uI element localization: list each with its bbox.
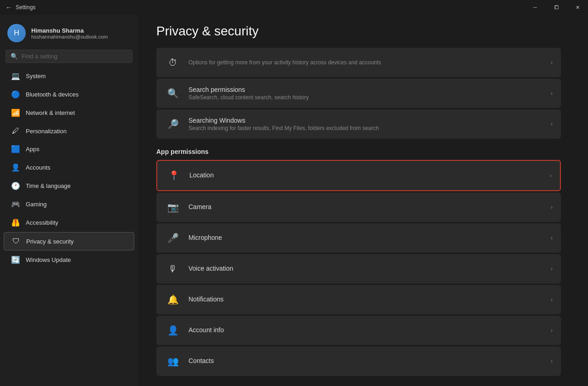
- nav-icon-privacy: 🛡: [11, 237, 21, 245]
- settings-row-activity-history[interactable]: ⏱ Options for getting more from your act…: [156, 48, 561, 77]
- minimize-button[interactable]: ─: [525, 0, 546, 15]
- sidebar-item-apps[interactable]: 🟦 Apps: [4, 140, 134, 158]
- sidebar: H Himanshu Sharma hssharmahimanshu@outlo…: [0, 15, 138, 386]
- permission-row-camera[interactable]: 📷 Camera ›: [156, 193, 561, 222]
- perm-chevron-contacts: ›: [551, 358, 553, 364]
- perm-chevron-microphone: ›: [551, 235, 553, 241]
- nav-icon-apps: 🟦: [11, 145, 20, 153]
- nav-label-network: Network & internet: [26, 109, 75, 116]
- nav-label-accounts: Accounts: [26, 164, 50, 171]
- settings-row-search-permissions[interactable]: 🔍 Search permissions SafeSearch, cloud c…: [156, 79, 561, 108]
- nav-icon-accounts: 👤: [11, 163, 20, 172]
- user-info: Himanshu Sharma hssharmahimanshu@outlook…: [31, 27, 108, 40]
- perm-title-account-info: Account info: [188, 326, 545, 334]
- perm-chevron-location: ›: [550, 172, 552, 179]
- row-title-searching-windows: Searching Windows: [188, 117, 545, 124]
- nav-icon-time: 🕐: [11, 182, 20, 190]
- titlebar: ← Settings ─ ⧠ ✕: [0, 0, 588, 15]
- row-subtitle-search-permissions: SafeSearch, cloud content search, search…: [188, 94, 545, 101]
- user-name: Himanshu Sharma: [31, 27, 108, 34]
- row-subtitle-activity-history: Options for getting more from your activ…: [188, 59, 545, 66]
- perm-icon-microphone: 🎤: [165, 230, 181, 246]
- nav-label-privacy: Privacy & security: [26, 238, 74, 245]
- perm-icon-location: 📍: [166, 167, 182, 184]
- chevron-icon-search-permissions: ›: [551, 90, 553, 96]
- perm-title-notifications: Notifications: [188, 295, 545, 303]
- row-icon-activity-history: ⏱: [165, 54, 181, 71]
- chevron-icon-searching-windows: ›: [551, 121, 553, 127]
- main-content: Privacy & security ⏱ Options for getting…: [138, 15, 588, 386]
- perm-text-camera: Camera: [188, 203, 545, 211]
- permission-row-voice-activation[interactable]: 🎙 Voice activation ›: [156, 254, 561, 284]
- sidebar-item-windows-update[interactable]: 🔄 Windows Update: [4, 251, 134, 269]
- back-button[interactable]: ←: [6, 4, 12, 11]
- nav-icon-bluetooth: 🔵: [11, 90, 20, 99]
- nav-icon-network: 📶: [11, 108, 20, 117]
- sidebar-item-accessibility[interactable]: 🦺 Accessibility: [4, 214, 134, 232]
- permission-row-contacts[interactable]: 👥 Contacts ›: [156, 346, 561, 376]
- perm-text-notifications: Notifications: [188, 295, 545, 304]
- permission-row-microphone[interactable]: 🎤 Microphone ›: [156, 223, 561, 253]
- perm-chevron-account-info: ›: [551, 327, 553, 334]
- nav-label-personalization: Personalization: [26, 128, 67, 135]
- permission-row-account-info[interactable]: 👤 Account info ›: [156, 316, 561, 345]
- perm-icon-account-info: 👤: [165, 322, 181, 339]
- nav-list: 💻 System 🔵 Bluetooth & devices 📶 Network…: [0, 67, 138, 269]
- perm-title-microphone: Microphone: [188, 234, 545, 241]
- row-icon-searching-windows: 🔎: [165, 116, 181, 132]
- perm-icon-camera: 📷: [165, 199, 181, 216]
- avatar: H: [7, 24, 26, 42]
- nav-label-bluetooth: Bluetooth & devices: [26, 91, 79, 98]
- chevron-icon-activity-history: ›: [551, 59, 553, 66]
- settings-row-searching-windows[interactable]: 🔎 Searching Windows Search indexing for …: [156, 109, 561, 139]
- sidebar-item-time[interactable]: 🕐 Time & language: [4, 177, 134, 195]
- nav-label-apps: Apps: [26, 146, 40, 153]
- perm-title-location: Location: [189, 171, 544, 179]
- row-text-search-permissions: Search permissions SafeSearch, cloud con…: [188, 86, 545, 101]
- nav-label-gaming: Gaming: [26, 201, 47, 208]
- nav-label-system: System: [26, 73, 46, 79]
- nav-icon-system: 💻: [11, 72, 20, 80]
- row-text-searching-windows: Searching Windows Search indexing for fa…: [188, 117, 545, 131]
- perm-chevron-notifications: ›: [551, 296, 553, 303]
- row-icon-search-permissions: 🔍: [165, 85, 181, 102]
- perm-icon-voice-activation: 🎙: [165, 261, 181, 277]
- user-section[interactable]: H Himanshu Sharma hssharmahimanshu@outlo…: [0, 18, 138, 50]
- nav-icon-accessibility: 🦺: [11, 218, 20, 227]
- titlebar-title: Settings: [16, 4, 35, 11]
- sidebar-item-accounts[interactable]: 👤 Accounts: [4, 159, 134, 176]
- permission-row-notifications[interactable]: 🔔 Notifications ›: [156, 285, 561, 314]
- nav-icon-windows-update: 🔄: [11, 255, 20, 264]
- above-rows: ⏱ Options for getting more from your act…: [156, 48, 561, 139]
- window-controls: ─ ⧠ ✕: [525, 0, 588, 15]
- perm-chevron-camera: ›: [551, 204, 553, 210]
- sidebar-item-network[interactable]: 📶 Network & internet: [4, 104, 134, 122]
- sidebar-item-personalization[interactable]: 🖊 Personalization: [4, 122, 134, 140]
- search-input[interactable]: [22, 53, 127, 60]
- perm-text-voice-activation: Voice activation: [188, 265, 545, 273]
- perm-text-microphone: Microphone: [188, 234, 545, 242]
- perm-text-account-info: Account info: [188, 326, 545, 335]
- sidebar-item-privacy[interactable]: 🛡 Privacy & security: [4, 232, 134, 250]
- close-button[interactable]: ✕: [567, 0, 588, 15]
- search-box[interactable]: 🔍: [6, 50, 132, 63]
- permission-rows: 📍 Location › 📷 Camera › 🎤 Microphone › 🎙…: [156, 160, 561, 376]
- sidebar-item-bluetooth[interactable]: 🔵 Bluetooth & devices: [4, 85, 134, 103]
- perm-text-location: Location: [189, 171, 544, 180]
- perm-icon-notifications: 🔔: [165, 291, 181, 308]
- sidebar-item-gaming[interactable]: 🎮 Gaming: [4, 195, 134, 213]
- row-subtitle-searching-windows: Search indexing for faster results, Find…: [188, 125, 545, 131]
- perm-icon-contacts: 👥: [165, 353, 181, 369]
- nav-label-accessibility: Accessibility: [26, 219, 58, 226]
- permission-row-location[interactable]: 📍 Location ›: [156, 160, 561, 191]
- nav-icon-personalization: 🖊: [11, 127, 20, 135]
- perm-title-voice-activation: Voice activation: [188, 265, 545, 272]
- nav-label-time: Time & language: [26, 182, 71, 189]
- perm-chevron-voice-activation: ›: [551, 266, 553, 272]
- search-icon: 🔍: [11, 53, 18, 60]
- page-title: Privacy & security: [156, 24, 561, 39]
- maximize-button[interactable]: ⧠: [546, 0, 567, 15]
- sidebar-item-system[interactable]: 💻 System: [4, 67, 134, 85]
- perm-title-contacts: Contacts: [188, 357, 545, 364]
- perm-title-camera: Camera: [188, 203, 545, 210]
